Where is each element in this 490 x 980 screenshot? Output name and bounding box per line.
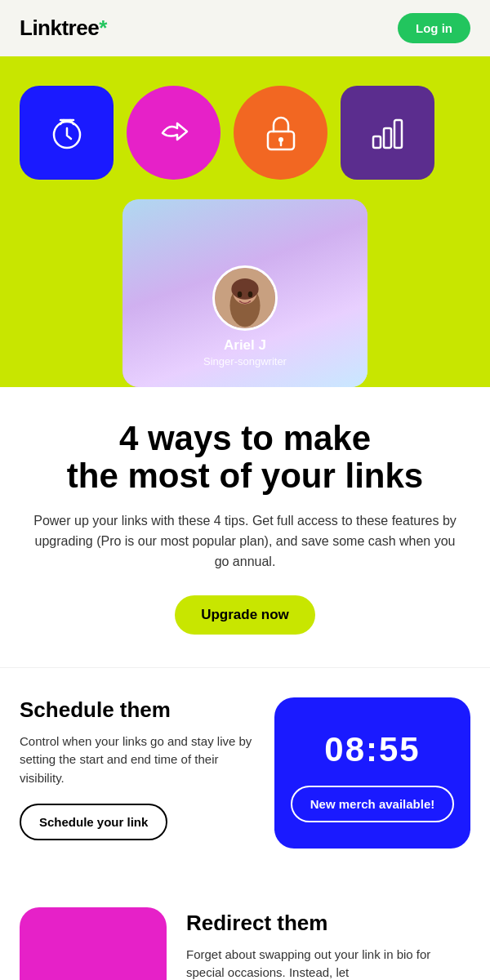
navbar: Linktree* Log in xyxy=(0,0,490,56)
logo-text: Linktree xyxy=(20,16,99,40)
main-title-line1: 4 ways to make xyxy=(119,419,371,457)
new-merch-button[interactable]: New merch available! xyxy=(291,786,454,822)
redirect-feature-text: Redirect them Forget about swapping out … xyxy=(186,907,470,980)
schedule-card: 08:55 New merch available! xyxy=(274,697,470,849)
profile-subtitle: Singer-songwriter xyxy=(203,355,287,368)
profile-card: Ariel J Singer-songwriter xyxy=(122,199,368,387)
profile-name: Ariel J xyxy=(224,337,266,354)
main-section: 4 ways to make the most of your links Po… xyxy=(0,387,490,667)
redirect-icon-box xyxy=(127,86,220,180)
lock-icon-box xyxy=(234,86,327,180)
upgrade-button[interactable]: Upgrade now xyxy=(175,595,315,635)
hero-section: Ariel J Singer-songwriter xyxy=(0,56,490,387)
icon-row xyxy=(20,86,470,180)
schedule-feature-text: Schedule them Control when your links go… xyxy=(20,697,255,841)
clock-icon xyxy=(46,112,88,154)
clock-icon-box xyxy=(20,86,114,180)
svg-point-11 xyxy=(248,292,253,297)
svg-point-10 xyxy=(238,292,243,297)
svg-rect-5 xyxy=(394,120,402,148)
redirect-icon xyxy=(153,112,195,154)
main-description: Power up your links with these 4 tips. G… xyxy=(33,511,457,572)
schedule-feature-title: Schedule them xyxy=(20,697,255,723)
schedule-feature-section: Schedule them Control when your links go… xyxy=(0,667,490,878)
svg-point-9 xyxy=(231,278,258,300)
redirect-feature-description: Forget about swapping out your link in b… xyxy=(186,946,470,980)
redirect-card xyxy=(20,907,167,980)
svg-rect-4 xyxy=(384,128,391,148)
avatar-image xyxy=(215,265,275,331)
login-button[interactable]: Log in xyxy=(398,13,470,43)
redirect-feature-section: Redirect them Forget about swapping out … xyxy=(0,878,490,980)
main-title: 4 ways to make the most of your links xyxy=(20,420,470,495)
svg-rect-3 xyxy=(373,136,381,148)
main-title-line2: the most of your links xyxy=(67,457,423,495)
schedule-feature-description: Control when your links go and stay live… xyxy=(20,733,255,788)
logo-star: * xyxy=(99,16,107,40)
schedule-link-button[interactable]: Schedule your link xyxy=(20,804,167,840)
schedule-time: 08:55 xyxy=(324,730,420,769)
logo: Linktree* xyxy=(20,16,107,41)
chart-icon-box xyxy=(341,86,434,180)
lock-icon xyxy=(260,112,302,154)
redirect-feature-title: Redirect them xyxy=(186,911,470,936)
chart-icon xyxy=(367,112,409,154)
avatar xyxy=(212,265,278,331)
